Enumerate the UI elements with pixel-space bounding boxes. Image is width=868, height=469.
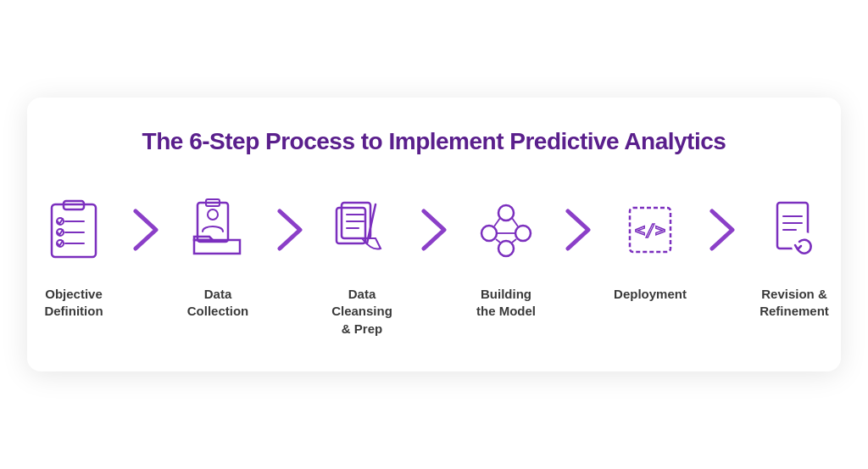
step-deployment: </> Deployment (592, 187, 709, 303)
arrow-3 (420, 187, 448, 272)
svg-rect-0 (52, 204, 96, 257)
arrow-4 (565, 187, 592, 272)
svg-text:</>: </> (635, 220, 665, 240)
arrow-5 (709, 187, 736, 272)
svg-line-21 (494, 218, 500, 226)
steps-row: ObjectiveDefinition (51, 187, 817, 338)
step-label-deployment: Deployment (614, 286, 687, 303)
step-data-cleansing: DataCleansing& Prep (303, 187, 420, 338)
icon-box-deployment: </> (608, 187, 693, 272)
neural-network-icon (472, 196, 540, 264)
clipboard-person-icon (184, 196, 252, 264)
icon-box-building-model (464, 187, 548, 272)
svg-point-19 (515, 226, 531, 241)
chevron-icon-5 (709, 208, 736, 252)
svg-line-24 (512, 239, 516, 243)
icon-box-objective (31, 187, 116, 272)
arrow-1 (132, 187, 159, 272)
icon-box-revision (752, 187, 837, 272)
chevron-icon-4 (565, 208, 592, 252)
chevron-icon-3 (420, 208, 448, 252)
documents-broom-icon (328, 196, 396, 264)
step-label-data-collection: DataCollection (187, 286, 249, 321)
page-title: The 6-Step Process to Implement Predicti… (51, 128, 817, 155)
step-label-revision: Revision &Refinement (760, 286, 829, 321)
step-data-collection: DataCollection (159, 187, 276, 321)
arrow-2 (276, 187, 303, 272)
step-label-building-model: Buildingthe Model (476, 286, 536, 321)
main-card: The 6-Step Process to Implement Predicti… (27, 98, 841, 371)
svg-point-10 (208, 209, 218, 220)
step-label-data-cleansing: DataCleansing& Prep (331, 286, 392, 338)
icon-box-data-cleansing (320, 187, 404, 272)
svg-point-18 (481, 226, 497, 241)
document-refresh-icon (760, 196, 828, 264)
step-building-model: Buildingthe Model (448, 187, 565, 321)
chevron-icon-1 (132, 208, 159, 252)
svg-point-17 (498, 205, 514, 221)
svg-point-20 (498, 241, 514, 256)
checklist-icon (40, 196, 108, 264)
step-objective-definition: ObjectiveDefinition (15, 187, 132, 321)
step-revision-refinement: Revision &Refinement (736, 187, 853, 321)
chevron-icon-2 (276, 208, 303, 252)
code-bracket-icon: </> (616, 196, 684, 264)
svg-line-23 (496, 239, 500, 243)
svg-line-22 (512, 218, 518, 226)
step-label-objective: ObjectiveDefinition (44, 286, 103, 321)
icon-box-data-collection (175, 187, 260, 272)
